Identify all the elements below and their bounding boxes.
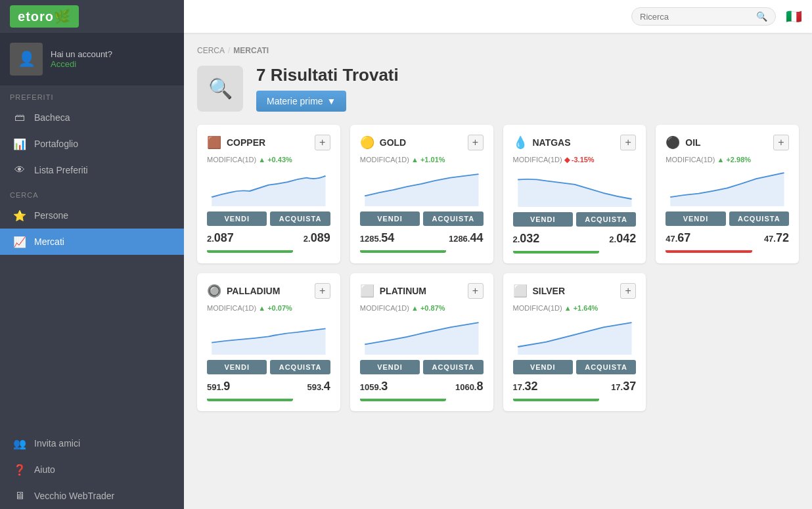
platinum-chart-fill — [365, 322, 478, 355]
search-input[interactable] — [640, 12, 756, 22]
card-header-palladium: 🔘 PALLADIUM + — [207, 283, 330, 299]
sidebar-item-bacheca[interactable]: 🗃 Bacheca — [0, 104, 184, 131]
silver-buy-button[interactable]: ACQUISTA — [576, 360, 636, 374]
silver-add-button[interactable]: + — [620, 283, 636, 299]
card-header-copper: 🟫 COPPER + — [207, 135, 330, 150]
gold-chart-fill — [365, 174, 478, 206]
natgas-prices: 2.032 2.042 — [513, 232, 637, 246]
gold-prices: 1285.54 1286.44 — [360, 231, 484, 245]
gold-change-label: MODIFICA(1D) — [360, 156, 409, 164]
gold-buy-button[interactable]: ACQUISTA — [423, 211, 483, 226]
sidebar-item-persone[interactable]: ⭐ Persone — [0, 202, 184, 229]
card-title-silver: ⬜ SILVER — [513, 284, 566, 298]
platinum-progress-bar — [360, 399, 446, 401]
platinum-sell-price: 1059.3 — [360, 380, 388, 393]
sidebar-label-persone: Persone — [34, 210, 68, 221]
sidebar-item-mercati[interactable]: 📈 Mercati — [0, 229, 184, 255]
platinum-buy-sell: VENDI ACQUISTA — [360, 360, 484, 374]
filter-label: Materie prime — [267, 96, 323, 106]
oil-buy-button[interactable]: ACQUISTA — [729, 211, 789, 226]
palladium-buy-sell: VENDI ACQUISTA — [207, 360, 330, 374]
palladium-change-value: ▲ +0.07% — [258, 304, 292, 312]
natgas-chart — [513, 167, 637, 207]
palladium-chart — [207, 315, 330, 355]
copper-chart-fill — [212, 176, 325, 206]
palladium-sell-price: 591.9 — [207, 380, 230, 393]
palladium-chart-svg — [207, 315, 330, 355]
copper-chart — [207, 167, 330, 206]
copper-buy-button[interactable]: ACQUISTA — [270, 211, 330, 226]
silver-sell-price: 17.32 — [513, 380, 538, 393]
natgas-buy-button[interactable]: ACQUISTA — [576, 212, 636, 227]
oil-change-value: ▲ +2.98% — [717, 156, 751, 164]
sidebar-item-aiuto[interactable]: ❓ Aiuto — [0, 456, 184, 483]
platinum-add-button[interactable]: + — [468, 283, 484, 299]
platinum-buy-price: 1060.8 — [455, 380, 484, 393]
cards-grid: 🟫 COPPER + MODIFICA(1D) ▲ +0.43% VENDI A… — [197, 125, 799, 411]
natgas-icon: 💧 — [513, 135, 528, 150]
card-oil: ⚫ OIL + MODIFICA(1D) ▲ +2.98% VENDI ACQU… — [656, 125, 799, 263]
silver-sell-button[interactable]: VENDI — [513, 360, 573, 374]
breadcrumb: CERCA / MERCATI — [197, 46, 799, 55]
lista-preferiti-icon: 👁 — [13, 164, 26, 177]
platinum-sell-button[interactable]: VENDI — [360, 360, 420, 374]
sidebar-item-invita[interactable]: 👥 Invita amici — [0, 430, 184, 456]
sidebar-label-webtrader: Vecchio WebTrader — [34, 491, 114, 501]
breadcrumb-cerca: CERCA — [197, 46, 225, 55]
results-count-label: 7 Risultati Trovati — [256, 65, 399, 85]
chevron-down-icon: ▼ — [327, 96, 336, 106]
gold-label: GOLD — [380, 137, 406, 148]
copper-sell-button[interactable]: VENDI — [207, 211, 267, 226]
sidebar-item-portafoglio[interactable]: 📊 Portafoglio — [0, 131, 184, 157]
oil-add-button[interactable]: + — [773, 135, 789, 150]
filter-button[interactable]: Materie prime ▼ — [256, 91, 346, 112]
sidebar-item-webtrader[interactable]: 🖥 Vecchio WebTrader — [0, 483, 184, 509]
copper-add-button[interactable]: + — [315, 135, 330, 150]
sidebar-label-lista: Lista Preferiti — [34, 165, 88, 175]
silver-icon: ⬜ — [513, 284, 528, 298]
card-title-oil: ⚫ OIL — [665, 135, 700, 150]
silver-chart-fill — [518, 322, 631, 355]
main-content: 🔍 🇮🇹 CERCA / MERCATI 🔍 7 Risultati Trova… — [184, 0, 812, 509]
oil-chart — [665, 167, 789, 206]
gold-add-button[interactable]: + — [468, 135, 484, 150]
platinum-prices: 1059.3 1060.8 — [360, 380, 484, 393]
sidebar-label-portafoglio: Portafoglio — [34, 139, 78, 149]
gold-buy-price: 1286.44 — [449, 231, 484, 245]
platinum-change: MODIFICA(1D) ▲ +0.87% — [360, 304, 484, 312]
search-icon[interactable]: 🔍 — [756, 11, 767, 22]
gold-buy-sell: VENDI ACQUISTA — [360, 211, 484, 226]
natgas-change: MODIFICA(1D) ◆ -3.15% — [513, 156, 637, 164]
oil-label: OIL — [685, 137, 700, 148]
gold-sell-price: 1285.54 — [360, 231, 395, 245]
platinum-buy-button[interactable]: ACQUISTA — [423, 360, 483, 374]
breadcrumb-mercati: MERCATI — [233, 46, 269, 55]
card-title-palladium: 🔘 PALLADIUM — [207, 284, 280, 298]
card-title-platinum: ⬜ PLATINUM — [360, 284, 426, 298]
sidebar-label-bacheca: Bacheca — [34, 112, 70, 123]
sidebar: etoro🌿 👤 Hai un account? Accedi PREFERIT… — [0, 0, 184, 509]
aiuto-icon: ❓ — [13, 463, 26, 476]
persone-icon: ⭐ — [13, 209, 26, 222]
palladium-sell-button[interactable]: VENDI — [207, 360, 267, 374]
gold-change-value: ▲ +1.01% — [411, 156, 445, 164]
platinum-icon: ⬜ — [360, 284, 374, 298]
natgas-add-button[interactable]: + — [620, 135, 636, 150]
results-header: 🔍 7 Risultati Trovati Materie prime ▼ — [197, 65, 799, 112]
login-link[interactable]: Accedi — [51, 59, 112, 69]
palladium-add-button[interactable]: + — [315, 283, 330, 299]
avatar: 👤 — [10, 43, 43, 76]
gold-chart-svg — [360, 167, 484, 206]
card-header-gold: 🟡 GOLD + — [360, 135, 484, 150]
palladium-buy-button[interactable]: ACQUISTA — [270, 360, 330, 374]
sidebar-item-lista-preferiti[interactable]: 👁 Lista Preferiti — [0, 157, 184, 183]
silver-change-label: MODIFICA(1D) — [513, 304, 562, 312]
search-bar[interactable]: 🔍 — [631, 7, 776, 26]
oil-change: MODIFICA(1D) ▲ +2.98% — [665, 156, 789, 164]
gold-sell-button[interactable]: VENDI — [360, 211, 420, 226]
silver-label: SILVER — [533, 286, 566, 296]
natgas-sell-button[interactable]: VENDI — [513, 212, 573, 227]
oil-sell-button[interactable]: VENDI — [665, 211, 725, 226]
natgas-change-value: ◆ -3.15% — [564, 156, 595, 164]
search-icon-large: 🔍 — [197, 66, 243, 112]
